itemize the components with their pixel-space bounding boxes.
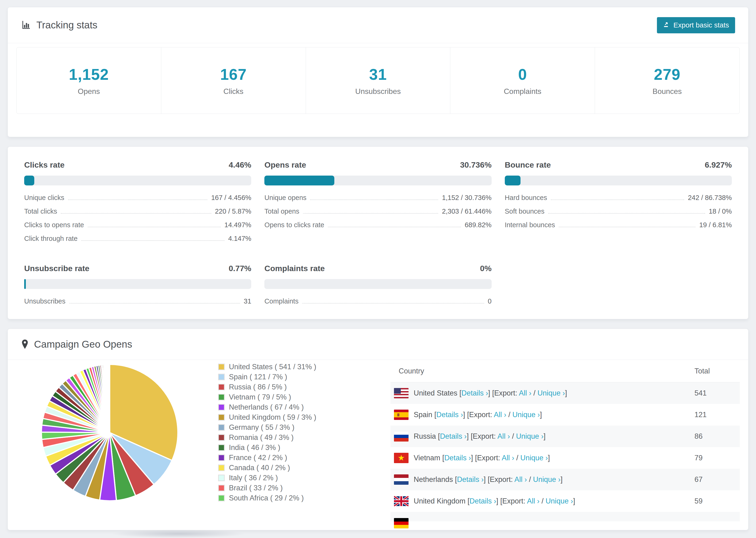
geo-opens-title: Campaign Geo Opens [21,339,132,350]
dotted-leader [548,213,705,214]
legend-swatch [218,485,225,491]
geo-table-row: United States [Details ›] [Export: All ›… [391,382,740,404]
legend-swatch [218,464,225,471]
rate-row-label: Total opens [264,207,299,215]
export-all-link[interactable]: All › [498,432,510,440]
map-pin-icon [21,339,29,350]
rate-row-label: Clicks to opens rate [24,221,84,229]
rate-block-unsubscribe-rate: Unsubscribe rate0.77%Unsubscribes31 [24,264,251,311]
rate-row-value: 18 / 0% [709,207,732,215]
legend-swatch [218,394,225,401]
legend-label: Canada ( 40 / 2% ) [229,463,290,472]
rate-row-value: 4.147% [228,235,251,242]
export-basic-stats-button[interactable]: Export basic stats [657,17,735,33]
geo-opens-card: Campaign Geo Opens United States ( 541 /… [8,329,748,530]
legend-swatch [218,384,225,390]
export-all-link[interactable]: All › [527,497,539,505]
tracking-stats-title: Tracking stats [21,20,97,31]
stat-label: Unsubscribes [355,87,401,96]
rate-head: Opens rate30.736% [264,160,491,170]
rate-head: Bounce rate6.927% [505,160,732,170]
rate-progress-fill [24,279,26,289]
rate-row: Hard bounces242 / 86.738% [505,194,732,207]
rate-value: 0% [480,264,492,273]
legend-swatch [218,404,225,410]
legend-item: India ( 46 / 3% ) [218,443,316,453]
country-cell: Russia [Details ›] [Export: All › / Uniq… [414,432,546,441]
export-all-link[interactable]: All › [494,410,506,419]
rate-value: 6.927% [705,160,732,170]
rate-progress-fill [505,176,520,186]
rate-rows: Unique opens1,152 / 30.736%Total opens2,… [264,194,491,235]
stat-value: 31 [369,66,387,83]
dotted-leader [559,227,695,227]
rate-value: 30.736% [460,160,491,170]
legend-label: Romania ( 49 / 3% ) [229,433,294,442]
export-unique-link[interactable]: Unique › [516,432,544,440]
export-unique-link[interactable]: Unique › [537,389,565,397]
rate-row-value: 689.82% [465,221,492,229]
rate-row-label: Opens to clicks rate [264,221,324,229]
stat-cell-bounces: 279Bounces [595,47,739,114]
ru-flag-icon [394,431,408,442]
dotted-leader [69,303,240,303]
rate-rows: Unsubscribes31 [24,297,251,311]
rate-row: Total opens2,303 / 61.446% [264,207,491,221]
bar-chart-icon [21,20,31,30]
stat-cell-complaints: 0Complaints [450,47,595,114]
rate-row-value: 220 / 5.87% [215,207,251,215]
rate-title: Bounce rate [505,160,551,170]
total-cell: 86 [694,432,702,441]
geo-table-body: United States [Details ›] [Export: All ›… [391,382,740,521]
rate-row-value: 2,303 / 61.446% [442,207,491,215]
legend-label: Russia ( 86 / 5% ) [229,383,287,391]
details-link[interactable]: Details › [444,454,471,462]
rate-row: Unique opens1,152 / 30.736% [264,194,491,207]
page-title: Tracking stats [36,20,97,31]
geo-table-row: Spain [Details ›] [Export: All › / Uniqu… [391,404,740,426]
geo-table-row: Vietnam [Details ›] [Export: All › / Uni… [391,447,740,469]
legend-swatch [218,374,225,380]
details-link[interactable]: Details › [457,475,484,484]
rate-row: Opens to clicks rate689.82% [264,221,491,235]
rate-row: Complaints0 [264,297,491,311]
legend-item: Romania ( 49 / 3% ) [218,432,316,443]
rate-title: Opens rate [264,160,306,170]
export-all-link[interactable]: All › [502,454,514,462]
geo-pie-chart [37,360,183,506]
country-cell: United States [Details ›] [Export: All ›… [414,389,567,398]
total-cell: 121 [694,410,707,419]
legend-label: United Kingdom ( 59 / 3% ) [229,413,316,422]
legend-label: United States ( 541 / 31% ) [229,363,316,371]
export-unique-link[interactable]: Unique › [520,454,548,462]
details-link[interactable]: Details › [440,432,467,440]
country-cell: United Kingdom [Details ›] [Export: All … [414,497,575,506]
rate-row-label: Hard bounces [505,194,547,202]
legend-item: Spain ( 121 / 7% ) [218,372,316,382]
legend-swatch [218,495,225,501]
export-unique-link[interactable]: Unique › [512,410,540,419]
details-link[interactable]: Details › [469,497,496,505]
stat-cell-opens: 1,152Opens [17,47,161,114]
rate-row: Unsubscribes31 [24,297,251,311]
stat-value: 0 [518,66,527,83]
legend-label: Vietnam ( 79 / 5% ) [229,393,291,402]
dotted-leader [303,213,438,214]
total-cell: 541 [694,389,707,398]
export-all-link[interactable]: All › [514,475,527,484]
export-unique-link[interactable]: Unique › [546,497,573,505]
rate-rows: Unique clicks167 / 4.456%Total clicks220… [24,194,251,248]
rate-value: 0.77% [229,264,251,273]
export-unique-link[interactable]: Unique › [533,475,561,484]
export-all-link[interactable]: All › [519,389,531,397]
rate-title: Clicks rate [24,160,65,170]
geo-table-row: Netherlands [Details ›] [Export: All › /… [391,469,740,490]
rate-row-value: 31 [244,297,251,305]
details-link[interactable]: Details › [461,389,488,397]
export-icon [663,21,670,29]
stat-label: Clicks [224,87,243,96]
geo-legend: United States ( 541 / 31% )Spain ( 121 /… [218,362,316,503]
rate-row-value: 19 / 6.81% [699,221,732,229]
legend-swatch [218,364,225,370]
details-link[interactable]: Details › [436,410,463,419]
